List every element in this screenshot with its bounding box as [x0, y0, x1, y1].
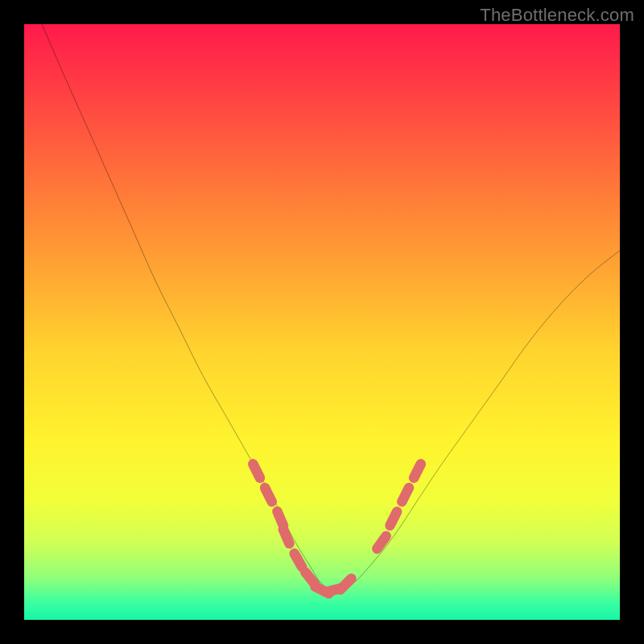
marker-dash [277, 511, 283, 526]
marker-dash [414, 464, 421, 477]
chart-frame: TheBottleneck.com [0, 0, 644, 644]
curve-layer [24, 24, 620, 620]
marker-dash [265, 488, 272, 502]
marker-dash [253, 464, 260, 477]
bottleneck-curve [42, 24, 620, 590]
marker-dash [295, 554, 303, 568]
plot-area [24, 24, 620, 620]
marker-dash [390, 512, 397, 526]
marker-dash [377, 536, 386, 549]
marker-dash [402, 488, 409, 502]
marker-dash [341, 579, 352, 590]
marker-dash [283, 530, 290, 544]
marker-group [253, 464, 420, 593]
watermark-text: TheBottleneck.com [480, 5, 634, 26]
